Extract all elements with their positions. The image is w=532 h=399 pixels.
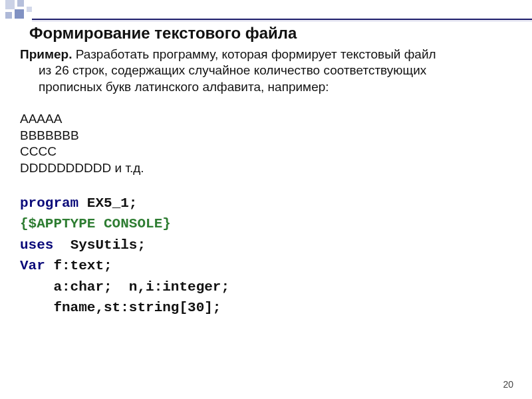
- slide-content: Формирование текстового файла Пример. Ра…: [0, 23, 532, 319]
- paragraph-label: Пример.: [20, 47, 72, 61]
- paragraph-line2: из 26 строк, содержащих случайное количе…: [20, 63, 512, 78]
- code-directive: {$APPTYPE CONSOLE}: [20, 216, 171, 231]
- paragraph-line1: Разработать программу, которая формирует…: [72, 47, 436, 61]
- page-number: 20: [503, 379, 513, 390]
- sample-output: AAAAA BBBBBBB CCCC DDDDDDDDDD и т.д.: [20, 111, 512, 177]
- code-text: SysUtils;: [53, 237, 146, 253]
- sample-line: AAAAA: [20, 111, 512, 128]
- code-keyword: uses: [20, 237, 53, 253]
- header-rule-shadow: [32, 21, 532, 21]
- code-text: EX5_1;: [78, 196, 137, 211]
- code-text: f:text;: [45, 258, 112, 273]
- header-rule: [32, 19, 532, 20]
- task-paragraph: Пример. Разработать программу, которая ф…: [20, 47, 512, 95]
- slide-title: Формирование текстового файла: [29, 24, 512, 43]
- code-text: a:char; n,i:integer;: [20, 279, 229, 295]
- code-keyword: program: [20, 196, 78, 211]
- code-listing: program EX5_1; {$APPTYPE CONSOLE} uses S…: [20, 193, 512, 319]
- sample-line: CCCC: [20, 144, 512, 160]
- code-keyword: Var: [20, 258, 45, 273]
- sample-line: DDDDDDDDDD и т.д.: [20, 160, 512, 177]
- sample-line: BBBBBBB: [20, 128, 512, 144]
- paragraph-line3: прописных букв латинского алфавита, напр…: [20, 79, 512, 95]
- code-text: fname,st:string[30];: [20, 300, 221, 315]
